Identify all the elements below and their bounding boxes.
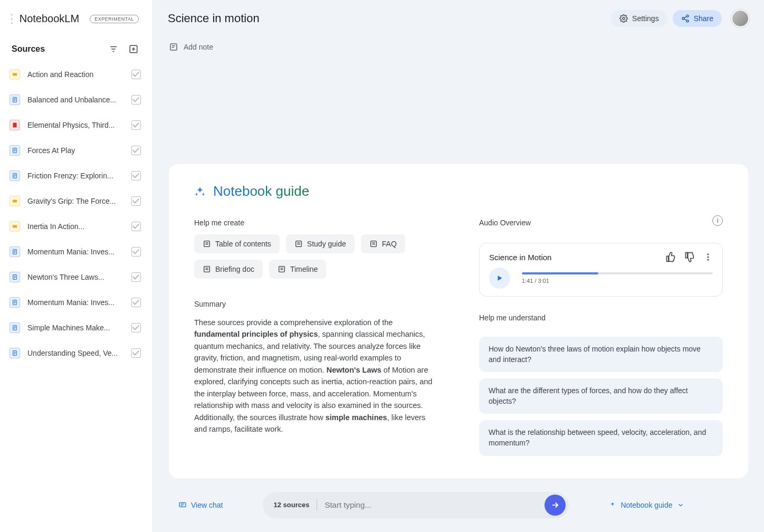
- suggested-question[interactable]: How do Newton's three laws of motion exp…: [479, 337, 723, 372]
- source-checkbox[interactable]: [131, 272, 141, 282]
- source-item[interactable]: Momentum Mania: Inves...: [6, 290, 144, 315]
- suggested-question[interactable]: What are the different types of forces, …: [479, 378, 723, 414]
- info-icon[interactable]: i: [712, 215, 723, 226]
- panel-title: Notebook guide: [213, 183, 309, 200]
- source-label: Momentum Mania: Inves...: [27, 248, 127, 256]
- send-button[interactable]: [545, 495, 566, 516]
- doc-icon: [203, 265, 211, 273]
- source-item[interactable]: Momentum Mania: Inves...: [6, 239, 144, 264]
- source-item[interactable]: Elemental Physics, Third...: [6, 112, 144, 138]
- notebook-guide-label: Notebook guide: [620, 501, 672, 509]
- play-icon: [496, 274, 503, 282]
- create-chip[interactable]: Timeline: [269, 260, 326, 279]
- source-label: Forces At Play: [27, 146, 127, 155]
- svg-rect-6: [13, 73, 17, 76]
- menu-icon[interactable]: [12, 14, 12, 24]
- source-label: Inertia In Action...: [27, 222, 127, 231]
- source-item[interactable]: Gravity's Grip: The Force...: [6, 188, 144, 214]
- source-checkbox[interactable]: [131, 196, 141, 206]
- avatar[interactable]: [731, 10, 749, 27]
- svg-point-42: [623, 17, 625, 20]
- share-button[interactable]: Share: [673, 10, 722, 27]
- chat-input[interactable]: [324, 500, 537, 509]
- source-type-icon: [9, 221, 20, 232]
- svg-rect-20: [13, 200, 17, 203]
- source-checkbox[interactable]: [131, 120, 141, 130]
- help-create-label: Help me create: [194, 218, 437, 227]
- source-item[interactable]: Inertia In Action...: [6, 214, 144, 239]
- chip-label: Table of contents: [215, 240, 271, 248]
- chat-input-container: 12 sources: [263, 492, 569, 518]
- chevron-down-icon: [677, 501, 684, 509]
- settings-label: Settings: [632, 14, 659, 23]
- create-chip[interactable]: Table of contents: [194, 234, 280, 253]
- source-label: Friction Frenzy: Explorin...: [27, 172, 127, 180]
- audio-overview-label: Audio Overview: [479, 218, 531, 227]
- help-understand-label: Help me understand: [479, 314, 723, 322]
- experimental-badge: EXPERIMENTAL: [90, 15, 139, 23]
- view-chat-label: View chat: [191, 501, 223, 509]
- share-icon: [681, 14, 690, 23]
- source-label: Momentum Mania: Inves...: [27, 298, 127, 307]
- source-label: Understanding Speed, Ve...: [27, 349, 127, 357]
- create-chip[interactable]: Briefing doc: [194, 260, 263, 279]
- add-note-button[interactable]: Add note: [169, 42, 213, 52]
- summary-text: These sources provide a comprehensive ex…: [194, 317, 437, 435]
- thumbs-down-icon[interactable]: [684, 252, 695, 262]
- source-item[interactable]: Friction Frenzy: Explorin...: [6, 163, 144, 188]
- source-type-icon: [9, 94, 20, 105]
- svg-point-44: [682, 17, 684, 20]
- source-item[interactable]: Action and Reaction: [6, 62, 144, 87]
- create-chip[interactable]: FAQ: [361, 234, 405, 253]
- source-type-icon: [9, 297, 20, 308]
- doc-icon: [203, 240, 211, 248]
- chat-icon: [178, 501, 187, 509]
- svg-point-45: [686, 20, 689, 22]
- notebook-guide-button[interactable]: Notebook guide: [609, 501, 684, 509]
- view-chat-button[interactable]: View chat: [178, 501, 223, 509]
- add-source-icon[interactable]: [128, 44, 139, 54]
- source-checkbox[interactable]: [131, 298, 141, 307]
- source-item[interactable]: Understanding Speed, Ve...: [6, 340, 144, 366]
- doc-icon: [278, 265, 286, 273]
- thumbs-up-icon[interactable]: [665, 252, 676, 262]
- chip-label: Briefing doc: [215, 265, 254, 273]
- source-checkbox[interactable]: [131, 146, 141, 155]
- brand-name: NotebookLM: [20, 13, 79, 25]
- svg-line-46: [684, 19, 686, 21]
- settings-button[interactable]: Settings: [611, 10, 667, 27]
- source-item[interactable]: Forces At Play: [6, 138, 144, 163]
- arrow-right-icon: [550, 500, 560, 510]
- source-label: Balanced and Unbalance...: [27, 96, 127, 104]
- suggested-question[interactable]: What is the relationship between speed, …: [479, 420, 723, 455]
- source-checkbox[interactable]: [131, 323, 141, 332]
- source-item[interactable]: Newton's Three Laws...: [6, 264, 144, 290]
- audio-card: Science in Motion: [479, 243, 723, 297]
- source-type-icon: [9, 120, 20, 130]
- source-type-icon: [9, 145, 20, 156]
- source-checkbox[interactable]: [131, 70, 141, 79]
- more-icon[interactable]: [703, 252, 713, 262]
- create-chip[interactable]: Study guide: [286, 234, 355, 253]
- chip-label: Study guide: [307, 240, 346, 248]
- svg-point-68: [708, 259, 709, 261]
- source-label: Simple Machines Make...: [27, 324, 127, 332]
- source-checkbox[interactable]: [131, 348, 141, 358]
- source-checkbox[interactable]: [131, 95, 141, 104]
- source-item[interactable]: Balanced and Unbalance...: [6, 87, 144, 112]
- share-label: Share: [694, 14, 713, 23]
- audio-progress[interactable]: [522, 272, 713, 274]
- source-item[interactable]: Simple Machines Make...: [6, 315, 144, 340]
- source-checkbox[interactable]: [131, 247, 141, 256]
- filter-icon[interactable]: [108, 44, 119, 54]
- source-checkbox[interactable]: [131, 171, 141, 180]
- chip-label: FAQ: [382, 240, 397, 248]
- source-type-icon: [9, 272, 20, 282]
- source-checkbox[interactable]: [131, 222, 141, 231]
- source-count: 12 sources: [273, 501, 309, 509]
- source-label: Newton's Three Laws...: [27, 273, 127, 281]
- svg-rect-69: [179, 502, 186, 507]
- add-note-label: Add note: [184, 43, 213, 51]
- source-label: Action and Reaction: [27, 70, 127, 79]
- play-button[interactable]: [489, 268, 510, 289]
